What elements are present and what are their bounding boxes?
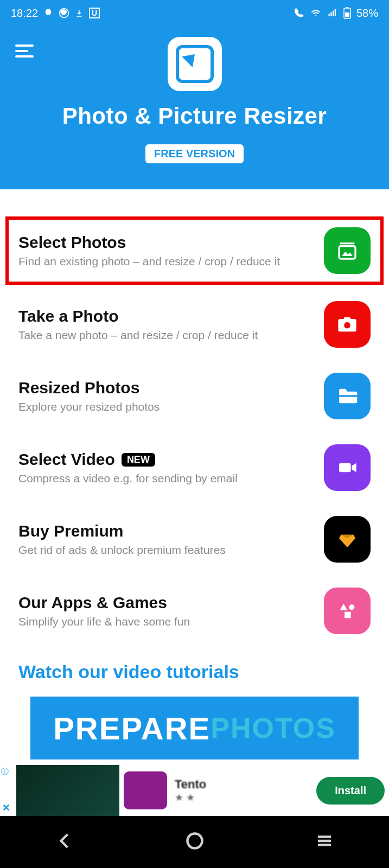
thumb-text-1: PREPARE: [53, 710, 211, 746]
menu-title: Select Photos: [18, 233, 126, 252]
ad-close-icon[interactable]: ✕: [2, 802, 10, 814]
svg-rect-7: [346, 7, 348, 8]
menu-item-select-photos[interactable]: Select Photos Find an existing photo – a…: [5, 216, 384, 285]
menu-item-buy-premium[interactable]: Buy Premium Get rid of ads & unlock prem…: [5, 507, 384, 571]
free-version-badge: FREE VERSION: [145, 144, 244, 163]
svg-rect-12: [339, 463, 351, 473]
battery-percent: 58%: [356, 7, 378, 20]
download-icon: [75, 9, 84, 17]
diamond-icon: [324, 516, 371, 563]
menu-desc: Compress a video e.g. for sending by ema…: [18, 472, 324, 485]
svg-rect-3: [333, 11, 334, 17]
svg-rect-4: [335, 9, 336, 17]
app-header: Photo & Picture Resizer FREE VERSION: [0, 26, 389, 189]
main-menu: Select Photos Find an existing photo – a…: [0, 189, 389, 760]
signal-icon: [327, 8, 338, 18]
thumb-text-2: PHOTOS: [211, 712, 336, 744]
menu-item-select-video[interactable]: Select Video NEW Compress a video e.g. f…: [5, 436, 384, 500]
wifi-icon: [310, 8, 322, 18]
menu-title: Our Apps & Games: [18, 593, 167, 612]
hamburger-menu-button[interactable]: [15, 41, 37, 59]
menu-title: Select Video: [18, 450, 115, 469]
svg-rect-1: [328, 14, 329, 17]
svg-point-13: [349, 604, 354, 610]
svg-rect-6: [345, 12, 349, 17]
status-time: 18:22: [11, 7, 38, 20]
svg-rect-8: [340, 242, 355, 244]
ad-image: [16, 765, 119, 816]
menu-title: Buy Premium: [18, 522, 123, 540]
svg-rect-2: [330, 12, 331, 17]
ad-banner[interactable]: ⓘ ✕ Tento ★ ★ Install: [0, 765, 389, 816]
app-title: Photo & Picture Resizer: [0, 103, 389, 129]
menu-title: Resized Photos: [18, 379, 139, 397]
ad-text: Tento ★ ★: [171, 777, 312, 803]
gallery-icon: [324, 227, 371, 274]
ad-app-icon: [124, 771, 167, 809]
svg-rect-9: [339, 246, 355, 259]
call-icon: [295, 8, 304, 18]
nav-back-button[interactable]: [55, 831, 75, 853]
notification-icon: [43, 8, 53, 18]
nav-home-button[interactable]: [185, 831, 205, 853]
ad-install-button[interactable]: Install: [316, 777, 385, 805]
menu-desc: Simplify your life & have some fun: [18, 615, 324, 628]
menu-title: Take a Photo: [18, 307, 118, 326]
app-logo-icon: [168, 37, 222, 91]
u-icon: U: [89, 8, 100, 18]
svg-rect-14: [345, 612, 351, 618]
nav-recent-button[interactable]: [315, 831, 334, 853]
menu-desc: Explore your resized photos: [18, 400, 324, 413]
menu-item-our-apps[interactable]: Our Apps & Games Simplify your life & ha…: [5, 579, 384, 643]
menu-item-take-photo[interactable]: Take a Photo Take a new photo – and resi…: [5, 292, 384, 356]
svg-rect-11: [339, 395, 357, 397]
video-icon: [324, 444, 371, 491]
new-badge: NEW: [122, 453, 155, 467]
camera-icon: [324, 301, 371, 348]
battery-icon: [343, 7, 351, 19]
menu-desc: Find an existing photo – and resize / cr…: [18, 255, 324, 268]
svg-point-15: [187, 834, 202, 848]
menu-item-resized-photos[interactable]: Resized Photos Explore your resized phot…: [5, 364, 384, 428]
system-nav-bar: [0, 816, 389, 868]
status-bar: 18:22 U 58%: [0, 0, 389, 26]
svg-point-10: [344, 322, 350, 329]
ad-info-icon[interactable]: ⓘ: [1, 767, 9, 777]
menu-desc: Get rid of ads & unlock premium features: [18, 544, 324, 557]
shapes-icon: [324, 588, 371, 634]
whatsapp-icon: [59, 8, 69, 18]
folder-icon: [324, 373, 371, 419]
video-tutorial-thumbnail[interactable]: PREPAREPHOTOS: [30, 697, 359, 760]
menu-desc: Take a new photo – and resize / crop / r…: [18, 329, 324, 342]
tutorials-heading: Watch our video tutorials: [5, 650, 384, 697]
